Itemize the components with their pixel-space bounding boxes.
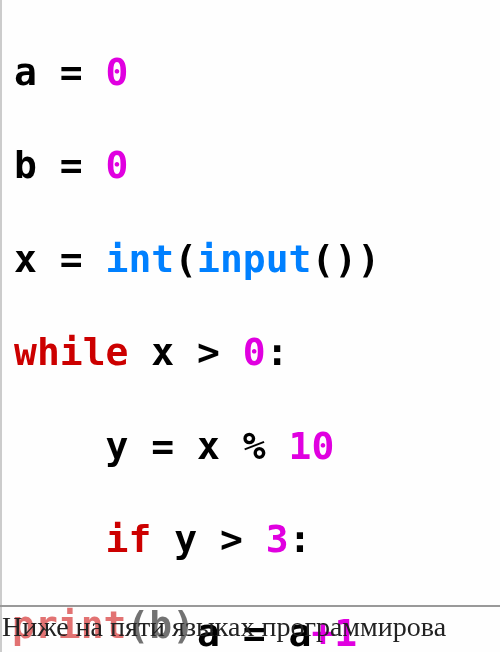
code-line-3: x = int(input()) — [14, 236, 500, 283]
code-line-5: y = x % 10 — [14, 423, 500, 470]
code-line-2: b = 0 — [14, 142, 500, 189]
caption-text-line-2: алгоритм. Получив на вход число x, э — [2, 646, 498, 652]
caption-text-line-1: Ниже на пяти языках программирова — [0, 611, 500, 643]
code-line-1: a = 0 — [14, 49, 500, 96]
code-block: a = 0 b = 0 x = int(input()) while x > 0… — [0, 0, 500, 652]
code-line-4: while x > 0: — [14, 329, 500, 376]
code-line-6: if y > 3: — [14, 516, 500, 563]
section-divider — [0, 605, 500, 607]
